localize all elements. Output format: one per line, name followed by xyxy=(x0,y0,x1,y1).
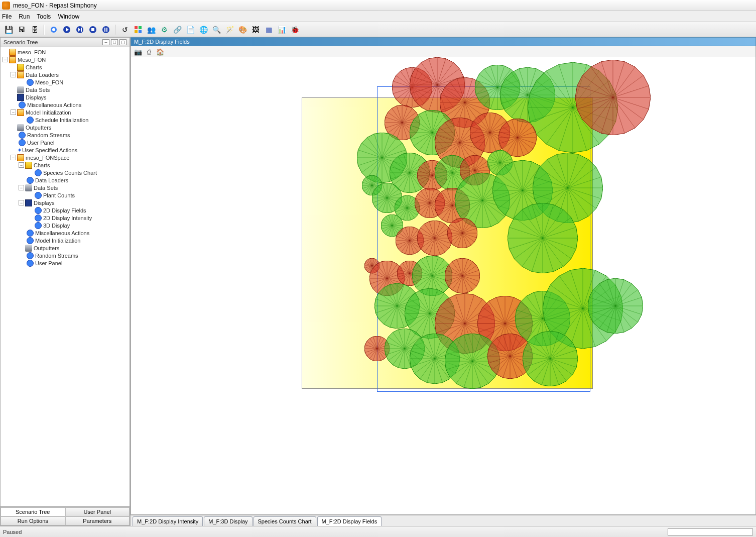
step-icon[interactable] xyxy=(74,24,85,35)
tab-2d-intensity[interactable]: M_F:2D Display Intensity xyxy=(133,516,203,526)
camera-icon[interactable]: 📷 xyxy=(134,48,142,56)
wizard-icon[interactable]: 🪄 xyxy=(224,24,235,35)
tree-node[interactable]: Charts xyxy=(1,63,130,71)
tree-node[interactable]: Outputters xyxy=(1,244,130,252)
tree-label: Displays xyxy=(26,94,47,100)
plant-agent[interactable] xyxy=(508,203,578,273)
tree-node[interactable]: −meso_FONSpace xyxy=(1,154,130,161)
panel-title: Scenario Tree xyxy=(4,39,38,45)
menu-run[interactable]: Run xyxy=(19,13,30,20)
restore-icon[interactable]: ▢ xyxy=(119,39,127,45)
agents-icon[interactable]: 👥 xyxy=(146,24,157,35)
tab-parameters[interactable]: Parameters xyxy=(65,516,130,525)
tree-node[interactable]: −Data Sets xyxy=(1,184,130,191)
tree-label: Schedule Initialization xyxy=(35,117,88,123)
menu-file[interactable]: File xyxy=(2,13,12,20)
right-panel: M_F:2D Display Fields 📷 ⎙ 🏠 M_F:2D Displ… xyxy=(131,37,756,526)
plant-agent[interactable] xyxy=(575,60,651,135)
bug-icon[interactable]: 🐞 xyxy=(289,24,300,35)
init-icon[interactable] xyxy=(48,24,59,35)
tree-node[interactable]: Plant Counts xyxy=(1,191,130,199)
plant-agent[interactable] xyxy=(523,331,578,386)
palette-icon[interactable]: 🎨 xyxy=(237,24,248,35)
tree-node[interactable]: Model Initialization xyxy=(1,237,130,244)
table-icon[interactable]: ▦ xyxy=(263,24,274,35)
plant-agent[interactable] xyxy=(447,218,477,248)
tab-scenario-tree[interactable]: Scenario Tree xyxy=(1,507,65,516)
tree-label: User Panel xyxy=(27,140,54,146)
tree-node[interactable]: Data Sets xyxy=(1,86,130,93)
tree-node[interactable]: −Displays xyxy=(1,199,130,206)
tree-node[interactable]: meso_FON xyxy=(1,48,130,56)
grid-colors-icon[interactable] xyxy=(133,24,144,35)
save-icon[interactable]: 💾 xyxy=(3,24,14,35)
separator xyxy=(44,25,45,35)
tree-label: 3D Display xyxy=(43,223,70,229)
tree-node[interactable]: −Data Loaders xyxy=(1,71,130,78)
tree-node[interactable]: Random Streams xyxy=(1,252,130,259)
tree-label: Displays xyxy=(34,200,55,206)
tree-node[interactable]: Miscellaneous Actions xyxy=(1,229,130,237)
save-as-icon[interactable]: 🖫 xyxy=(16,24,27,35)
reset-icon[interactable]: ↺ xyxy=(119,24,131,35)
main-toolbar: 💾 🖫 🗄 ↺ 👥 ⚙ 🔗 📄 🌐 🔍 🪄 🎨 🖼 ▦ 📊 🐞 xyxy=(0,22,756,37)
tree-node[interactable]: 2D Display Fields xyxy=(1,206,130,214)
tree-node[interactable]: ✦User Specified Actions xyxy=(1,146,130,154)
title-bar: meso_FON - Repast Simphony xyxy=(0,0,756,11)
tree-node[interactable]: −Meso_FON xyxy=(1,56,130,63)
tree-node[interactable]: −Model Initialization xyxy=(1,109,130,116)
tree-label: Outputters xyxy=(26,125,51,131)
home-icon[interactable]: 🏠 xyxy=(156,48,164,56)
tree-node[interactable]: Schedule Initialization xyxy=(1,116,130,124)
stop-icon[interactable] xyxy=(87,24,98,35)
tree-node[interactable]: Meso_FON xyxy=(1,78,130,86)
tree-node[interactable]: −Charts xyxy=(1,161,130,169)
globe-icon[interactable]: 🌐 xyxy=(198,24,209,35)
tree-node[interactable]: Displays xyxy=(1,93,130,101)
tree-node[interactable]: 3D Display xyxy=(1,222,130,229)
tab-2d-fields[interactable]: M_F:2D Display Fields xyxy=(317,516,382,526)
tree-node[interactable]: Data Loaders xyxy=(1,176,130,184)
chart-icon[interactable]: 📊 xyxy=(276,24,287,35)
scenario-tree-header: Scenario Tree – □ ▢ xyxy=(0,37,130,47)
svg-point-1 xyxy=(52,28,55,31)
menu-tools[interactable]: Tools xyxy=(37,13,51,20)
tree-label: Random Streams xyxy=(35,253,78,259)
zoom-icon[interactable]: 🔍 xyxy=(211,24,222,35)
tree-label: meso_FONSpace xyxy=(26,155,69,161)
maximize-icon[interactable]: □ xyxy=(111,39,118,45)
tab-species-chart[interactable]: Species Counts Chart xyxy=(254,516,316,526)
tree-node[interactable]: Miscellaneous Actions xyxy=(1,101,130,109)
export-icon[interactable]: ⎙ xyxy=(145,48,153,56)
tree-label: Data Sets xyxy=(34,185,58,191)
tree-label: Meso_FON xyxy=(35,79,63,85)
window-title: meso_FON - Repast Simphony xyxy=(13,2,97,9)
tree-node[interactable]: User Panel xyxy=(1,139,130,146)
image-icon[interactable]: 🖼 xyxy=(250,24,261,35)
pause-icon[interactable] xyxy=(100,24,111,35)
play-icon[interactable] xyxy=(61,24,72,35)
database-icon[interactable]: 🗄 xyxy=(29,24,40,35)
scenario-tree[interactable]: meso_FON−Meso_FONCharts−Data LoadersMeso… xyxy=(0,47,130,507)
display-toolbar: 📷 ⎙ 🏠 xyxy=(131,46,756,57)
plant-agent[interactable] xyxy=(588,278,643,334)
display-canvas[interactable] xyxy=(131,57,756,515)
tab-run-options[interactable]: Run Options xyxy=(1,516,65,525)
menu-window[interactable]: Window xyxy=(58,13,79,20)
tree-node[interactable]: Random Streams xyxy=(1,131,130,139)
tree-label: Miscellaneous Actions xyxy=(35,230,89,236)
agent-link-icon[interactable]: 🔗 xyxy=(172,24,183,35)
tree-node[interactable]: User Panel xyxy=(1,259,130,267)
svg-rect-11 xyxy=(135,30,138,33)
minimize-icon[interactable]: – xyxy=(102,39,109,45)
tree-node[interactable]: 2D Display Intensity xyxy=(1,214,130,222)
notes-icon[interactable]: 📄 xyxy=(185,24,196,35)
separator xyxy=(115,25,116,35)
tree-label: Outputters xyxy=(34,245,59,251)
tab-3d-display[interactable]: M_F:3D Display xyxy=(204,516,252,526)
display-header: M_F:2D Display Fields xyxy=(131,37,756,46)
tab-user-panel[interactable]: User Panel xyxy=(65,507,130,516)
tree-node[interactable]: Species Counts Chart xyxy=(1,169,130,176)
tree-node[interactable]: Outputters xyxy=(1,124,130,131)
agent-group-icon[interactable]: ⚙ xyxy=(159,24,170,35)
